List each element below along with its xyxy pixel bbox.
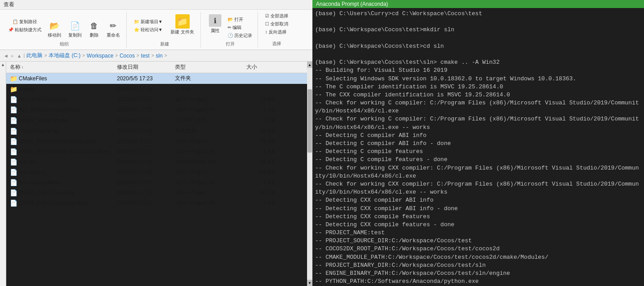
file-date: 2020/5/5 17:23 (113, 169, 171, 176)
file-name: engine (19, 86, 35, 92)
easy-access-button[interactable]: ⭐ 轻松访问▼ (132, 26, 165, 33)
ribbon-section-select: ☑ 全部选择 ☐ 全部取消 ↕ 反向选择 选择 (260, 12, 294, 48)
file-size: 1 KB (243, 148, 278, 155)
file-type: VC++ Project (171, 169, 243, 176)
table-row[interactable]: 📄 CMakeCache.txt 2020/5/5 17:23 文本文档 23 … (6, 126, 307, 137)
scroll-up-arrow[interactable]: ▲ (307, 62, 312, 68)
terminal-content[interactable]: (base) C:\Users\Curry>cd C:\Workspace\Co… (312, 8, 644, 286)
new-folder-button[interactable]: 📁 新建 文件夹 (168, 12, 197, 39)
file-name: CMakeFiles (19, 75, 47, 82)
column-headers: 名称 ↑ 修改日期 类型 大小 (6, 62, 307, 73)
nav-up-icon[interactable]: ▲ (17, 53, 22, 58)
file-date: 2020/5/5 17:23 (113, 148, 171, 155)
col-header-name[interactable]: 名称 ↑ (6, 62, 113, 72)
history-button[interactable]: 🕐 历史记录 (226, 32, 254, 39)
file-name: SYNC_RESOURCE-test.vcxproj.filters (19, 149, 110, 155)
file-icon-vc: 📄 (10, 199, 17, 207)
scroll-down-arrow[interactable]: ▼ (307, 280, 312, 286)
nav-expand-col[interactable]: ▲ (0, 62, 6, 286)
edit-button[interactable]: ✏ 编辑 (226, 24, 254, 31)
copy-to-icon: 📄 (70, 21, 80, 31)
file-type: VC++ Project Fil... (171, 106, 243, 113)
ribbon-toolbar: 📋 复制路径 📌 粘贴快捷方式 📂 移动到 (0, 10, 312, 50)
file-icon-vc: 📄 (10, 96, 17, 103)
open-buttons: ℹ 属性 📂 打开 ✏ 编辑 🕐 历 (206, 12, 254, 39)
breadcrumb-pc[interactable]: 此电脑 (26, 52, 42, 59)
table-row[interactable]: 📄 ZERO_CHECK.vcxproj.filters 2020/5/5 17… (6, 198, 307, 208)
col-header-type[interactable]: 类型 (171, 62, 243, 72)
delete-icon: 🗑 (89, 21, 100, 31)
file-name: test.vcxproj (19, 169, 46, 175)
file-date: 2020/5/5 17:23 (113, 199, 171, 207)
breadcrumb-sln[interactable]: sln (156, 53, 162, 59)
file-type: VC++ Project (171, 138, 243, 145)
file-name: ZERO_CHECK.vcxproj.filters (19, 200, 88, 206)
col-header-date[interactable]: 修改日期 (113, 62, 171, 72)
file-icon-vc: 📄 (10, 148, 17, 155)
file-explorer-panel: 查看 📋 复制路径 📌 粘贴快捷方式 (0, 0, 312, 286)
scroll-track[interactable] (307, 68, 312, 280)
file-type: CMAKE 文件 (171, 116, 243, 124)
file-icon-vc: 📄 (10, 138, 17, 145)
ribbon-section-organize: 📋 复制路径 📌 粘贴快捷方式 📂 移动到 (3, 12, 127, 48)
table-row[interactable]: 📁 CMakeFiles 2020/5/5 17:23 文件夹 (6, 73, 307, 84)
file-size: 2 KB (243, 117, 278, 124)
table-row[interactable]: 📄 ZERO_CHECK.vcxproj 2020/5/5 17:23 VC++… (6, 188, 307, 198)
table-row[interactable]: 📄 test.vcxproj 2020/5/5 17:23 VC++ Proje… (6, 167, 307, 178)
organize-label: 组织 (60, 40, 69, 47)
file-type: VC++ Project Fil... (171, 148, 243, 155)
open-label: 打开 (226, 40, 235, 47)
properties-button[interactable]: ℹ 属性 (206, 12, 224, 39)
table-row[interactable]: 📄 SYNC_RESOURCE-test.vcxproj 2020/5/5 17… (6, 137, 307, 147)
new-project-button[interactable]: 📁 新建项目▼ (132, 18, 165, 25)
table-row[interactable]: 📄 test.vcxproj.filters 2020/5/5 17:23 VC… (6, 178, 307, 188)
file-icon-cmake: 📄 (10, 117, 17, 124)
move-to-button[interactable]: 📂 移动到 (45, 20, 64, 39)
file-size: 23 KB (243, 128, 278, 135)
breadcrumb-c-drive[interactable]: 本地磁盘 (C:) (49, 52, 80, 59)
paste-shortcut-button[interactable]: 📌 粘贴快捷方式 (6, 26, 43, 33)
menu-view[interactable]: 查看 (4, 1, 14, 8)
scroll-thumb[interactable] (307, 89, 312, 153)
rename-icon: ✏ (108, 21, 119, 31)
nav-forward-icon[interactable]: ► (10, 53, 15, 58)
table-row[interactable]: 📄 SYNC_RESOURCE-test.vcxproj.filters 202… (6, 147, 307, 157)
move-to-icon: 📂 (49, 21, 60, 31)
file-date: 2020/5/5 17:23 (113, 138, 171, 145)
file-icon-folder: 📁 (10, 86, 17, 93)
rename-button[interactable]: ✏ 重命名 (104, 20, 123, 39)
file-type: 文件夹 (171, 74, 243, 83)
table-row[interactable]: 📄 ALL_BUILD.vcxproj 2020/5/5 17:23 VC++ … (6, 95, 307, 105)
file-name: ALL_BUILD.vcxproj (19, 96, 66, 103)
open-btn[interactable]: 📂 打开 (226, 16, 254, 23)
col-header-size[interactable]: 大小 (243, 62, 278, 72)
ribbon-section-new: 📁 新建项目▼ ⭐ 轻松访问▼ 📁 新建 文件夹 (129, 12, 201, 48)
nav-back-icon[interactable]: ◄ (4, 53, 8, 58)
file-date: 2020/5/5 17:23 (113, 128, 171, 135)
select-none-button[interactable]: ☐ 全部取消 (263, 21, 290, 28)
new-label: 新建 (160, 40, 169, 47)
file-icon-txt: 📄 (10, 128, 17, 135)
breadcrumb-test[interactable]: test (141, 53, 150, 59)
file-size: 22 KB (243, 158, 278, 166)
table-row[interactable]: 📄 cmake_install.cmake 2020/5/5 17:23 CMA… (6, 115, 307, 126)
breadcrumb-workspace[interactable]: Workspace (87, 53, 113, 59)
copy-to-button[interactable]: 📄 复制到 (66, 20, 84, 39)
file-list: 📁 CMakeFiles 2020/5/5 17:23 文件夹 📁 engine… (6, 73, 307, 286)
file-icon-vc: 📄 (10, 169, 17, 176)
table-row[interactable]: 📄 test.sln 2020/5/5 17:23 Visual Studio … (6, 157, 307, 167)
breadcrumb-cocos[interactable]: Cocos (120, 53, 135, 59)
file-type: VC++ Project Fil... (171, 179, 243, 186)
delete-button[interactable]: 🗑 删除 (86, 20, 102, 39)
table-row[interactable]: 📁 engine 2020/5/5 17:23 文件夹 (6, 84, 307, 95)
copy-path-button[interactable]: 📋 复制路径 (11, 18, 39, 25)
file-list-scrollbar[interactable]: ▲ ▼ (307, 62, 312, 286)
file-name: ALL_BUILD.vcxproj.filters (19, 107, 80, 113)
select-all-button[interactable]: ☑ 全部选择 (263, 12, 290, 20)
file-name: cmake_install.cmake (19, 117, 68, 124)
table-row[interactable]: 📄 ALL_BUILD.vcxproj.filters 2020/5/5 17:… (6, 105, 307, 115)
file-name: ZERO_CHECK.vcxproj (19, 190, 74, 196)
file-icon-vc: 📄 (10, 189, 17, 196)
invert-button[interactable]: ↕ 反向选择 (263, 29, 288, 36)
menu-bar: 查看 (0, 0, 312, 10)
